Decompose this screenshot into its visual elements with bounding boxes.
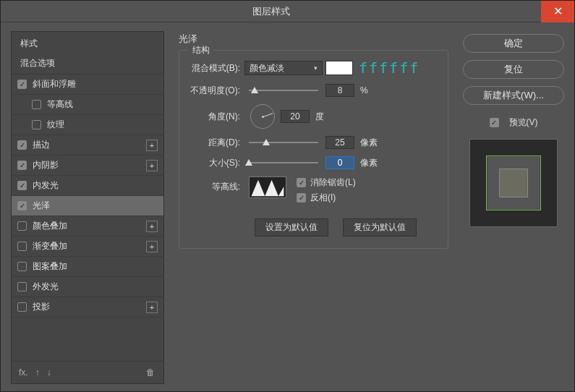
slider-thumb-icon[interactable]: [263, 139, 270, 145]
style-item-label: 内阴影: [33, 159, 59, 171]
blend-mode-select[interactable]: 颜色减淡 ▾: [244, 61, 323, 75]
antialias-label: 消除锯齿(L): [310, 176, 356, 189]
contour-label: 等高线:: [187, 176, 240, 193]
style-item-label: 内发光: [33, 179, 59, 192]
styles-list-panel: 样式 混合选项 斜面和浮雕等高线纹理描边+内阴影+内发光光泽颜色叠加+渐变叠加+…: [11, 31, 164, 384]
style-item-label: 渐变叠加: [33, 240, 67, 252]
angle-input[interactable]: 20: [281, 110, 310, 123]
antialias-checkbox[interactable]: [297, 178, 306, 187]
style-item[interactable]: 外发光: [12, 277, 163, 297]
style-checkbox[interactable]: [17, 140, 27, 150]
set-default-button[interactable]: 设置为默认值: [255, 218, 328, 237]
add-effect-icon[interactable]: +: [146, 241, 158, 252]
style-checkbox[interactable]: [17, 262, 27, 271]
reset-button[interactable]: 复位: [463, 60, 564, 79]
angle-dial[interactable]: [250, 104, 275, 129]
style-item-label: 光泽: [33, 200, 50, 212]
style-item[interactable]: 纹理: [12, 115, 163, 135]
style-checkbox[interactable]: [32, 120, 41, 129]
style-item[interactable]: 内发光: [12, 176, 163, 196]
size-label: 大小(S):: [187, 157, 240, 169]
style-item[interactable]: 描边+: [12, 135, 163, 155]
add-effect-icon[interactable]: +: [146, 140, 158, 151]
fx-menu-icon[interactable]: fx.: [19, 367, 28, 378]
contour-row: 等高线: 消除锯齿(L) 反相(I): [187, 176, 440, 207]
ok-button[interactable]: 确定: [463, 34, 564, 53]
contour-picker[interactable]: [249, 176, 286, 198]
distance-unit: 像素: [360, 137, 378, 149]
style-item[interactable]: 光泽: [12, 196, 163, 216]
distance-slider[interactable]: [249, 142, 318, 143]
new-style-button[interactable]: 新建样式(W)...: [463, 86, 564, 105]
style-item-label: 颜色叠加: [33, 220, 67, 232]
blend-mode-row: 混合模式(B): 颜色减淡 ▾ ffffff: [187, 59, 440, 77]
style-checkbox[interactable]: [17, 80, 27, 89]
preview-swatch-inner: [499, 169, 528, 197]
style-item[interactable]: 颜色叠加+: [12, 216, 163, 237]
style-item[interactable]: 等高线: [12, 95, 163, 115]
dialog-body: 样式 混合选项 斜面和浮雕等高线纹理描边+内阴影+内发光光泽颜色叠加+渐变叠加+…: [1, 22, 574, 391]
size-slider[interactable]: [249, 162, 318, 163]
distance-label: 距离(D):: [187, 137, 240, 149]
effect-title: 光泽: [179, 33, 448, 46]
invert-checkbox-row[interactable]: 反相(I): [297, 192, 356, 204]
angle-unit: 度: [315, 111, 324, 123]
reset-default-button[interactable]: 复位为默认值: [343, 218, 417, 237]
preview-toggle[interactable]: 预览(V): [463, 116, 564, 129]
size-unit: 像素: [360, 157, 378, 169]
blending-options[interactable]: 混合选项: [12, 53, 163, 74]
add-effect-icon[interactable]: +: [146, 302, 158, 313]
size-input[interactable]: 0: [325, 156, 354, 169]
distance-row: 距离(D): 25 像素: [187, 136, 440, 149]
style-checkbox[interactable]: [32, 100, 41, 109]
opacity-slider[interactable]: [249, 90, 318, 91]
preview-checkbox[interactable]: [490, 118, 499, 127]
size-row: 大小(S): 0 像素: [187, 156, 440, 169]
style-checkbox[interactable]: [17, 242, 27, 251]
blend-mode-value: 颜色减淡: [250, 62, 284, 74]
style-checkbox[interactable]: [17, 161, 27, 170]
style-item-label: 外发光: [33, 281, 59, 293]
style-checkbox[interactable]: [17, 302, 27, 312]
move-down-icon[interactable]: ↓: [47, 367, 51, 378]
add-effect-icon[interactable]: +: [146, 160, 158, 171]
move-up-icon[interactable]: ↑: [35, 367, 40, 378]
structure-legend: 结构: [188, 44, 214, 56]
opacity-row: 不透明度(O): 8 %: [187, 84, 440, 97]
distance-input[interactable]: 25: [325, 136, 354, 149]
style-checkbox[interactable]: [17, 221, 27, 231]
styles-footer: fx. ↑ ↓ 🗑: [12, 361, 163, 383]
chevron-down-icon: ▾: [314, 64, 318, 72]
add-effect-icon[interactable]: +: [146, 221, 158, 232]
style-item[interactable]: 内阴影+: [12, 155, 163, 176]
opacity-label: 不透明度(O):: [187, 85, 240, 97]
preview-box: [469, 139, 558, 227]
style-checkbox[interactable]: [17, 282, 27, 291]
svg-marker-0: [252, 180, 284, 196]
preview-label: 预览(V): [509, 116, 538, 129]
default-buttons-row: 设置为默认值 复位为默认值: [187, 218, 440, 237]
color-swatch[interactable]: [325, 61, 353, 75]
slider-thumb-icon[interactable]: [251, 87, 258, 93]
angle-label: 角度(N):: [187, 111, 240, 123]
style-item[interactable]: 斜面和浮雕: [12, 74, 163, 95]
style-item-label: 描边: [33, 139, 50, 151]
style-checkbox[interactable]: [17, 181, 27, 190]
color-hex: ffffff: [359, 59, 419, 77]
style-checkbox[interactable]: [17, 201, 27, 210]
style-item[interactable]: 图案叠加: [12, 257, 163, 277]
style-item-label: 纹理: [47, 119, 64, 131]
slider-thumb-icon[interactable]: [245, 159, 252, 166]
preview-swatch-outer: [486, 155, 541, 210]
close-button[interactable]: ✕: [541, 1, 574, 22]
trash-icon[interactable]: 🗑: [146, 367, 155, 378]
style-item[interactable]: 渐变叠加+: [12, 237, 163, 257]
styles-header: 样式: [12, 32, 163, 53]
invert-label: 反相(I): [310, 192, 336, 204]
style-item-label: 投影: [33, 301, 50, 313]
invert-checkbox[interactable]: [297, 193, 306, 203]
opacity-input[interactable]: 8: [325, 84, 354, 97]
antialias-checkbox-row[interactable]: 消除锯齿(L): [297, 176, 356, 189]
structure-group: 结构 混合模式(B): 颜色减淡 ▾ ffffff 不透明度(O): 8: [179, 50, 448, 249]
style-item[interactable]: 投影+: [12, 297, 163, 318]
